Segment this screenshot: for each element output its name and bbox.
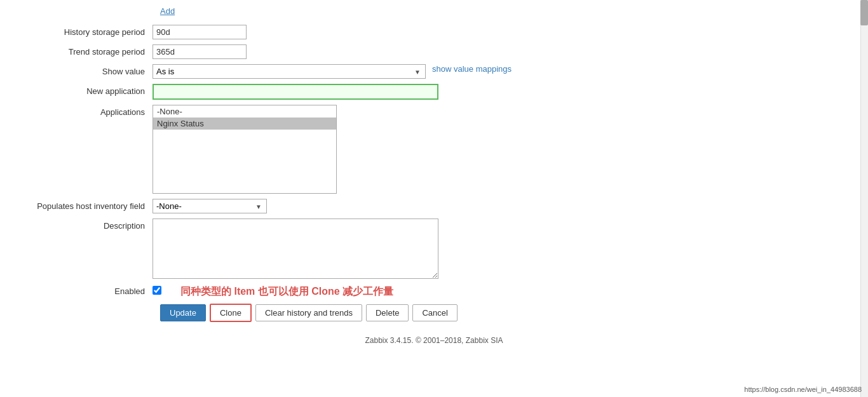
footer-url: https://blog.csdn.ne/wei_in_44983688	[744, 386, 862, 393]
new-application-row: New application	[13, 84, 855, 100]
trend-storage-label: Trend storage period	[13, 44, 153, 57]
footer-url-text: https://blog.csdn.ne/wei_in_44983688	[744, 386, 862, 393]
show-value-select[interactable]: As is	[153, 64, 426, 79]
description-label: Description	[13, 219, 153, 231]
applications-list[interactable]: -None- Nginx Status	[153, 105, 337, 194]
trend-storage-input[interactable]	[153, 44, 247, 59]
clear-history-button[interactable]: Clear history and trends	[255, 304, 362, 321]
action-buttons-row: Update Clone Clear history and trends De…	[13, 304, 855, 322]
delete-button[interactable]: Delete	[366, 304, 409, 321]
enabled-checkbox[interactable]	[153, 286, 161, 295]
history-storage-label: History storage period	[13, 25, 153, 37]
footer: Zabbix 3.4.15. © 2001–2018, Zabbix SIA	[0, 328, 868, 349]
populates-host-label: Populates host inventory field	[13, 199, 153, 211]
cancel-button[interactable]: Cancel	[412, 304, 457, 321]
applications-row: Applications -None- Nginx Status	[13, 105, 855, 194]
populates-host-row: Populates host inventory field -None-	[13, 199, 855, 213]
show-value-mappings-link[interactable]: show value mappings	[432, 64, 512, 74]
populates-host-select[interactable]: -None-	[153, 199, 267, 213]
new-application-label: New application	[13, 84, 153, 96]
history-storage-input[interactable]	[153, 25, 247, 39]
applications-label: Applications	[13, 105, 153, 117]
enabled-row: Enabled 同种类型的 Item 也可以使用 Clone 减少工作量	[13, 284, 855, 299]
add-link[interactable]: Add	[160, 6, 175, 16]
annotation-text: 同种类型的 Item 也可以使用 Clone 减少工作量	[180, 284, 393, 299]
show-value-label: Show value	[13, 64, 153, 76]
history-storage-row: History storage period	[13, 25, 855, 39]
new-application-input[interactable]	[153, 84, 438, 100]
clone-button[interactable]: Clone	[210, 304, 252, 322]
enabled-label: Enabled	[13, 284, 153, 296]
description-row: Description	[13, 219, 855, 279]
list-item[interactable]: -None-	[153, 105, 336, 118]
update-button[interactable]: Update	[160, 304, 206, 321]
show-value-row: Show value As is show value mappings	[13, 64, 855, 79]
footer-text: Zabbix 3.4.15. © 2001–2018, Zabbix SIA	[365, 336, 503, 345]
trend-storage-row: Trend storage period	[13, 44, 855, 59]
description-textarea[interactable]	[153, 219, 438, 279]
list-item[interactable]: Nginx Status	[153, 118, 336, 130]
